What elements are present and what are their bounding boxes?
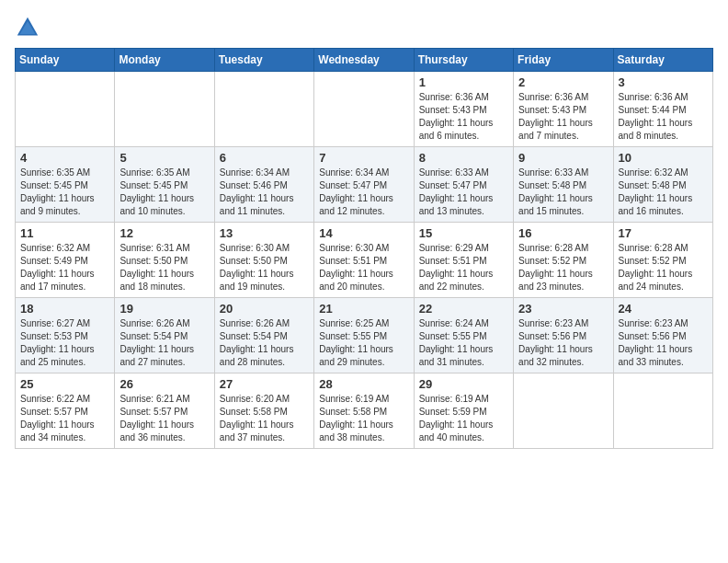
day-number: 18 [20,302,109,316]
day-info: Sunrise: 6:32 AMSunset: 5:48 PMDaylight:… [619,167,708,218]
day-info: Sunrise: 6:34 AMSunset: 5:46 PMDaylight:… [220,167,309,218]
day-number: 10 [619,151,708,165]
day-number: 17 [619,226,708,240]
day-number: 14 [319,226,408,240]
calendar-cell [115,72,214,147]
calendar-cell: 3Sunrise: 6:36 AMSunset: 5:44 PMDaylight… [613,72,712,147]
calendar-cell [613,373,712,449]
logo [15,15,44,40]
week-row-2: 4Sunrise: 6:35 AMSunset: 5:45 PMDaylight… [16,147,713,223]
day-number: 26 [119,377,209,391]
day-number: 8 [419,151,508,165]
day-info: Sunrise: 6:24 AMSunset: 5:55 PMDaylight:… [419,317,508,369]
day-number: 1 [419,75,508,89]
calendar-cell: 26Sunrise: 6:21 AMSunset: 5:57 PMDayligh… [115,373,214,449]
day-number: 5 [119,151,209,165]
day-number: 24 [619,302,708,316]
calendar-cell: 18Sunrise: 6:27 AMSunset: 5:53 PMDayligh… [16,298,115,373]
day-number: 15 [419,226,508,240]
calendar-cell [314,72,414,147]
day-info: Sunrise: 6:31 AMSunset: 5:50 PMDaylight:… [119,242,209,293]
calendar-cell: 5Sunrise: 6:35 AMSunset: 5:45 PMDaylight… [115,147,214,223]
calendar-cell [514,373,613,449]
calendar-cell: 9Sunrise: 6:33 AMSunset: 5:48 PMDaylight… [514,147,613,223]
weekday-header-thursday: Thursday [414,49,513,72]
calendar-cell: 16Sunrise: 6:28 AMSunset: 5:52 PMDayligh… [514,223,613,298]
page-header [15,15,713,40]
day-number: 7 [319,151,408,165]
day-number: 9 [518,151,608,165]
calendar-cell: 29Sunrise: 6:19 AMSunset: 5:59 PMDayligh… [414,373,513,449]
day-info: Sunrise: 6:23 AMSunset: 5:56 PMDaylight:… [619,317,708,369]
weekday-header-saturday: Saturday [613,49,712,72]
weekday-header-monday: Monday [115,49,214,72]
calendar-cell: 23Sunrise: 6:23 AMSunset: 5:56 PMDayligh… [514,298,613,373]
day-number: 27 [220,377,309,391]
weekday-header-friday: Friday [514,49,613,72]
calendar-cell: 1Sunrise: 6:36 AMSunset: 5:43 PMDaylight… [414,72,513,147]
day-number: 25 [20,377,109,391]
day-info: Sunrise: 6:21 AMSunset: 5:57 PMDaylight:… [119,393,209,444]
day-number: 13 [220,226,309,240]
calendar-cell: 13Sunrise: 6:30 AMSunset: 5:50 PMDayligh… [214,223,313,298]
calendar-cell: 20Sunrise: 6:26 AMSunset: 5:54 PMDayligh… [214,298,313,373]
weekday-header-sunday: Sunday [16,49,115,72]
calendar-cell: 27Sunrise: 6:20 AMSunset: 5:58 PMDayligh… [214,373,313,449]
calendar-cell: 2Sunrise: 6:36 AMSunset: 5:43 PMDaylight… [514,72,613,147]
day-number: 23 [518,302,608,316]
calendar-cell: 25Sunrise: 6:22 AMSunset: 5:57 PMDayligh… [16,373,115,449]
calendar-cell: 17Sunrise: 6:28 AMSunset: 5:52 PMDayligh… [613,223,712,298]
calendar-cell: 6Sunrise: 6:34 AMSunset: 5:46 PMDaylight… [214,147,313,223]
day-info: Sunrise: 6:23 AMSunset: 5:56 PMDaylight:… [518,317,608,369]
calendar-cell: 22Sunrise: 6:24 AMSunset: 5:55 PMDayligh… [414,298,513,373]
day-info: Sunrise: 6:36 AMSunset: 5:44 PMDaylight:… [619,91,708,143]
week-row-1: 1Sunrise: 6:36 AMSunset: 5:43 PMDaylight… [16,72,713,147]
week-row-5: 25Sunrise: 6:22 AMSunset: 5:57 PMDayligh… [16,373,713,449]
weekday-header-wednesday: Wednesday [314,49,414,72]
day-info: Sunrise: 6:32 AMSunset: 5:49 PMDaylight:… [20,242,109,293]
week-row-3: 11Sunrise: 6:32 AMSunset: 5:49 PMDayligh… [16,223,713,298]
day-info: Sunrise: 6:30 AMSunset: 5:50 PMDaylight:… [220,242,309,293]
calendar-cell: 8Sunrise: 6:33 AMSunset: 5:47 PMDaylight… [414,147,513,223]
day-info: Sunrise: 6:20 AMSunset: 5:58 PMDaylight:… [220,393,309,444]
calendar-cell: 28Sunrise: 6:19 AMSunset: 5:58 PMDayligh… [314,373,414,449]
calendar-cell: 10Sunrise: 6:32 AMSunset: 5:48 PMDayligh… [613,147,712,223]
day-info: Sunrise: 6:27 AMSunset: 5:53 PMDaylight:… [20,317,109,369]
weekday-header-row: SundayMondayTuesdayWednesdayThursdayFrid… [16,49,713,72]
day-info: Sunrise: 6:34 AMSunset: 5:47 PMDaylight:… [319,167,408,218]
logo-icon [15,15,40,40]
day-info: Sunrise: 6:26 AMSunset: 5:54 PMDaylight:… [119,317,209,369]
day-number: 28 [319,377,408,391]
calendar-cell: 19Sunrise: 6:26 AMSunset: 5:54 PMDayligh… [115,298,214,373]
calendar-table: SundayMondayTuesdayWednesdayThursdayFrid… [15,48,713,449]
calendar-cell: 24Sunrise: 6:23 AMSunset: 5:56 PMDayligh… [613,298,712,373]
day-info: Sunrise: 6:28 AMSunset: 5:52 PMDaylight:… [518,242,608,293]
day-number: 20 [220,302,309,316]
day-number: 21 [319,302,408,316]
day-info: Sunrise: 6:35 AMSunset: 5:45 PMDaylight:… [20,167,109,218]
day-number: 12 [119,226,209,240]
calendar-cell: 21Sunrise: 6:25 AMSunset: 5:55 PMDayligh… [314,298,414,373]
calendar-cell: 7Sunrise: 6:34 AMSunset: 5:47 PMDaylight… [314,147,414,223]
day-number: 3 [619,75,708,89]
week-row-4: 18Sunrise: 6:27 AMSunset: 5:53 PMDayligh… [16,298,713,373]
day-info: Sunrise: 6:33 AMSunset: 5:47 PMDaylight:… [419,167,508,218]
day-number: 16 [518,226,608,240]
day-info: Sunrise: 6:29 AMSunset: 5:51 PMDaylight:… [419,242,508,293]
day-number: 6 [220,151,309,165]
day-info: Sunrise: 6:19 AMSunset: 5:58 PMDaylight:… [319,393,408,444]
day-number: 4 [20,151,109,165]
calendar-cell [16,72,115,147]
day-number: 2 [518,75,608,89]
calendar-cell: 15Sunrise: 6:29 AMSunset: 5:51 PMDayligh… [414,223,513,298]
day-number: 11 [20,226,109,240]
day-info: Sunrise: 6:26 AMSunset: 5:54 PMDaylight:… [220,317,309,369]
day-info: Sunrise: 6:36 AMSunset: 5:43 PMDaylight:… [419,91,508,143]
calendar-cell: 12Sunrise: 6:31 AMSunset: 5:50 PMDayligh… [115,223,214,298]
day-info: Sunrise: 6:36 AMSunset: 5:43 PMDaylight:… [518,91,608,143]
calendar-cell: 14Sunrise: 6:30 AMSunset: 5:51 PMDayligh… [314,223,414,298]
day-info: Sunrise: 6:35 AMSunset: 5:45 PMDaylight:… [119,167,209,218]
day-info: Sunrise: 6:28 AMSunset: 5:52 PMDaylight:… [619,242,708,293]
day-number: 29 [419,377,508,391]
day-number: 22 [419,302,508,316]
